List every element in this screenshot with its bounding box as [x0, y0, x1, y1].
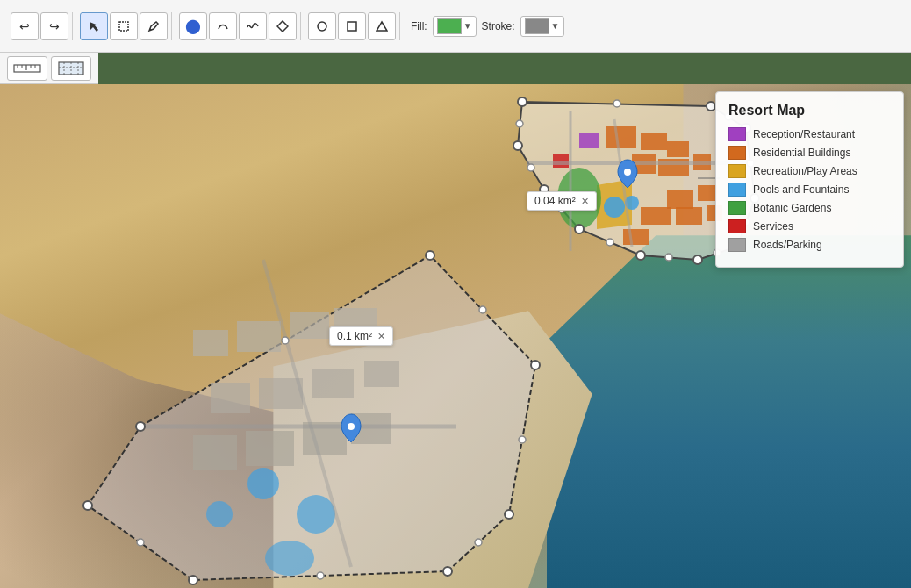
fill-color-selector[interactable]: ▼ — [433, 16, 477, 37]
legend-item-services: Services — [728, 219, 891, 233]
smooth-tool-button[interactable] — [239, 12, 267, 40]
legend-item-pools: Pools and Fountains — [728, 183, 891, 197]
recreation-swatch — [728, 164, 746, 178]
recreation-label: Recreation/Play Areas — [753, 165, 857, 177]
lower-area-label: 0.1 km² ✕ — [329, 326, 393, 346]
upper-area-close[interactable]: ✕ — [581, 196, 589, 207]
services-label: Services — [753, 220, 793, 233]
services-swatch — [728, 219, 746, 233]
triangle-tool-button[interactable] — [368, 12, 396, 40]
stroke-color-selector[interactable]: ▼ — [520, 16, 564, 37]
map-container[interactable]: 0.04 km² ✕ 0.1 km² ✕ Resort Map Receptio… — [0, 84, 911, 588]
stroke-dropdown-arrow: ▼ — [551, 21, 560, 31]
roads-swatch — [728, 238, 746, 252]
svg-rect-2 — [348, 22, 356, 31]
upper-area-text: 0.04 km² — [534, 195, 576, 207]
curve-tool-button[interactable] — [209, 12, 237, 40]
svg-point-1 — [318, 22, 326, 31]
ruler-button[interactable] — [7, 56, 47, 81]
draw-group: ⬤ — [176, 12, 301, 40]
redo-button[interactable]: ↪ — [40, 12, 68, 40]
pencil-button[interactable] — [140, 12, 168, 40]
sea-layer — [547, 235, 911, 588]
legend-item-residential: Residential Buildings — [728, 146, 891, 160]
circle-tool-button[interactable] — [308, 12, 336, 40]
fill-label: Fill: — [411, 20, 427, 32]
area-measure-button[interactable] — [51, 56, 91, 81]
svg-rect-9 — [59, 62, 83, 75]
fill-dropdown-arrow: ▼ — [463, 21, 472, 31]
roads-label: Roads/Parking — [753, 239, 822, 251]
legend-item-roads: Roads/Parking — [728, 238, 891, 252]
select-group — [76, 12, 172, 40]
stroke-swatch — [525, 18, 549, 34]
botanic-label: Botanic Gardens — [753, 202, 831, 214]
svg-rect-0 — [119, 22, 128, 31]
history-group: ↩ ↪ — [7, 12, 73, 40]
shape-group — [305, 12, 400, 40]
stroke-label: Stroke: — [482, 20, 515, 32]
legend-item-reception: Reception/Restaurant — [728, 127, 891, 141]
select-tool-button[interactable] — [80, 12, 108, 40]
reception-swatch — [728, 127, 746, 141]
pools-label: Pools and Fountains — [753, 183, 849, 196]
legend-title: Resort Map — [728, 103, 891, 118]
fill-swatch — [437, 18, 462, 34]
measure-toolbar — [0, 53, 98, 84]
square-tool-button[interactable] — [338, 12, 366, 40]
node-tool-button[interactable] — [269, 12, 297, 40]
main-toolbar: ↩ ↪ ⬤ F — [0, 0, 911, 53]
residential-swatch — [728, 146, 746, 160]
legend-panel: Resort Map Reception/Restaurant Resident… — [715, 91, 904, 268]
upper-area-label: 0.04 km² ✕ — [527, 191, 597, 211]
botanic-swatch — [728, 201, 746, 215]
lower-area-text: 0.1 km² — [337, 330, 372, 342]
legend-item-botanic: Botanic Gardens — [728, 201, 891, 215]
fill-stroke-controls: Fill: ▼ Stroke: ▼ — [411, 16, 564, 37]
pools-swatch — [728, 183, 746, 197]
point-tool-button[interactable]: ⬤ — [179, 12, 207, 40]
rect-select-button[interactable] — [110, 12, 138, 40]
legend-item-recreation: Recreation/Play Areas — [728, 164, 891, 178]
reception-label: Reception/Restaurant — [753, 128, 855, 140]
undo-button[interactable]: ↩ — [11, 12, 39, 40]
residential-label: Residential Buildings — [753, 147, 850, 159]
lower-area-close[interactable]: ✕ — [377, 331, 385, 342]
